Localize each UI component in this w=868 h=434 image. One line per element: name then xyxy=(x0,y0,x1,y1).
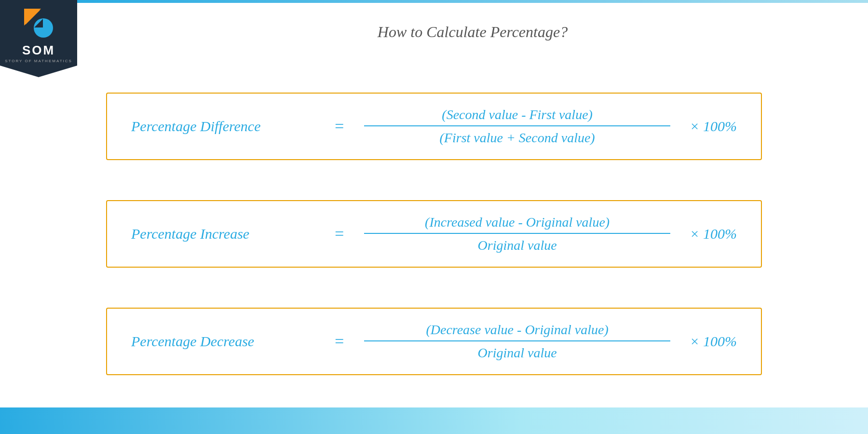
bottom-stripe xyxy=(0,407,868,434)
page-title: How to Calculate Percentage? xyxy=(77,23,868,41)
formula-label-increase: Percentage Increase xyxy=(131,226,314,242)
formula-box-difference: Percentage Difference = (Second value - … xyxy=(106,93,762,160)
numerator-difference: (Second value - First value) xyxy=(364,107,670,126)
denominator-increase: Original value xyxy=(364,235,670,253)
formula-box-increase: Percentage Increase = (Increased value -… xyxy=(106,200,762,268)
top-line xyxy=(77,0,868,3)
som-logo-icon xyxy=(22,6,55,40)
fraction-increase: (Increased value - Original value) Origi… xyxy=(364,215,670,253)
numerator-decrease: (Decrease value - Original value) xyxy=(364,322,670,341)
denominator-difference: (First value + Second value) xyxy=(364,127,670,146)
multiply-increase: × 100% xyxy=(685,226,737,242)
formula-label-difference: Percentage Difference xyxy=(131,118,314,135)
formula-label-decrease: Percentage Decrease xyxy=(131,333,314,350)
multiply-difference: × 100% xyxy=(685,118,737,135)
logo-subtitle: STORY OF MATHEMATICS xyxy=(5,59,72,63)
logo-name: SOM xyxy=(22,43,55,58)
fraction-decrease: (Decrease value - Original value) Origin… xyxy=(364,322,670,361)
fraction-difference: (Second value - First value) (First valu… xyxy=(364,107,670,146)
equals-increase: = xyxy=(329,225,350,243)
multiply-decrease: × 100% xyxy=(685,333,737,350)
equals-difference: = xyxy=(329,117,350,136)
equals-decrease: = xyxy=(329,332,350,351)
logo-block: SOM STORY OF MATHEMATICS xyxy=(0,0,77,77)
formulas-area: Percentage Difference = (Second value - … xyxy=(106,72,762,395)
formula-box-decrease: Percentage Decrease = (Decrease value - … xyxy=(106,308,762,375)
denominator-decrease: Original value xyxy=(364,342,670,361)
numerator-increase: (Increased value - Original value) xyxy=(364,215,670,234)
